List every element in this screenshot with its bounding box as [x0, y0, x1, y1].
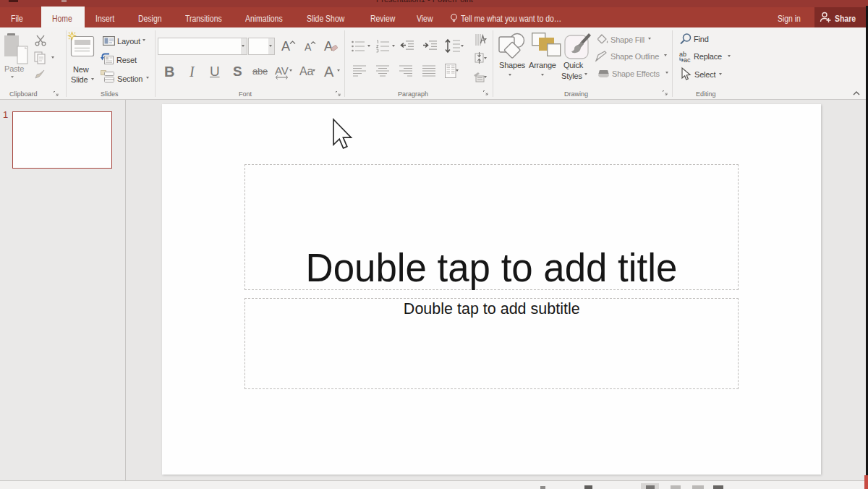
svg-text:ac: ac: [684, 56, 691, 64]
